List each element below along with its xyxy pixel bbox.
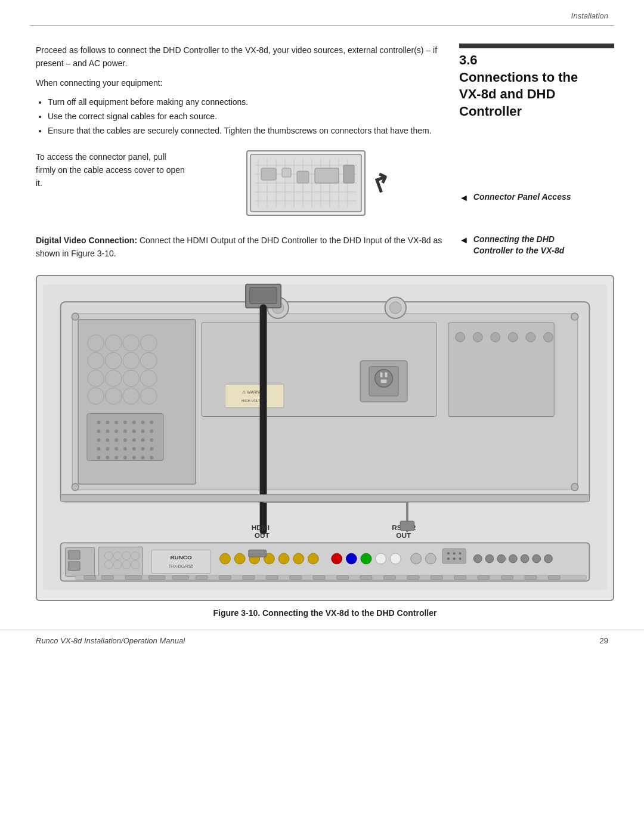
- panel-arrow: ↱: [367, 166, 396, 199]
- svg-point-100: [571, 313, 578, 320]
- svg-point-141: [426, 553, 436, 564]
- svg-point-72: [106, 456, 109, 459]
- connection-diagram: ⚠ WARNING HIGH VOLTAGE: [43, 282, 607, 592]
- svg-rect-105: [61, 494, 590, 501]
- svg-rect-160: [148, 575, 165, 579]
- svg-point-46: [123, 420, 127, 424]
- svg-point-56: [150, 429, 153, 433]
- svg-point-144: [453, 552, 456, 555]
- section-title: 3.6 Connections to the VX-8d and DHD Con…: [459, 52, 614, 120]
- svg-rect-91: [381, 379, 387, 383]
- svg-rect-169: [360, 575, 372, 579]
- svg-rect-172: [431, 575, 442, 579]
- svg-rect-166: [290, 575, 302, 579]
- svg-rect-89: [380, 372, 383, 377]
- svg-point-147: [453, 558, 456, 560]
- sidebar-note-dhd-label: Connecting the DHD Controller to the VX-…: [473, 234, 564, 257]
- svg-point-88: [375, 369, 393, 387]
- main-content: Proceed as follows to connect the DHD Co…: [0, 26, 644, 234]
- digital-left: Digital Video Connection: Connect the HD…: [36, 234, 459, 269]
- digital-connection-paragraph: Digital Video Connection: Connect the HD…: [36, 234, 447, 261]
- svg-point-136: [346, 553, 357, 564]
- svg-point-74: [123, 456, 127, 459]
- svg-point-153: [521, 555, 529, 563]
- left-column: Proceed as follows to connect the DHD Co…: [36, 44, 441, 222]
- svg-point-66: [114, 447, 118, 451]
- svg-text:RUNCO: RUNCO: [171, 554, 192, 561]
- svg-point-49: [150, 420, 153, 424]
- svg-point-51: [106, 429, 109, 433]
- svg-rect-83: [225, 384, 284, 407]
- svg-point-71: [97, 456, 101, 459]
- when-connecting: When connecting your equipment:: [36, 76, 441, 89]
- svg-point-50: [97, 429, 101, 433]
- svg-point-137: [361, 553, 371, 564]
- svg-point-93: [456, 332, 465, 342]
- svg-point-43: [97, 420, 101, 424]
- diagram-section: ⚠ WARNING HIGH VOLTAGE: [36, 275, 614, 618]
- svg-rect-113: [68, 550, 80, 559]
- footer-page-number: 29: [600, 636, 608, 645]
- svg-rect-17: [261, 168, 276, 180]
- svg-text:HDMI: HDMI: [252, 523, 270, 531]
- svg-point-151: [497, 555, 506, 563]
- svg-point-94: [473, 332, 482, 342]
- svg-point-98: [544, 332, 553, 342]
- svg-point-140: [411, 553, 422, 564]
- svg-point-73: [114, 456, 118, 459]
- bullet-item-2: Use the correct signal cables for each s…: [48, 110, 441, 124]
- svg-rect-173: [454, 575, 466, 579]
- svg-rect-163: [219, 575, 231, 579]
- connector-panel-text: To access the connector panel, pull firm…: [36, 150, 185, 190]
- svg-point-102: [571, 484, 578, 491]
- svg-point-77: [150, 456, 153, 459]
- svg-point-45: [114, 420, 118, 424]
- svg-point-44: [106, 420, 109, 424]
- svg-point-48: [141, 420, 145, 424]
- diagram-container: ⚠ WARNING HIGH VOLTAGE: [36, 275, 614, 601]
- svg-text:OUT: OUT: [255, 531, 270, 540]
- svg-rect-162: [196, 575, 208, 579]
- svg-point-146: [447, 558, 450, 560]
- svg-rect-142: [442, 549, 466, 563]
- svg-point-95: [491, 332, 500, 342]
- svg-rect-159: [125, 575, 142, 579]
- bullet-list: Turn off all equipment before making any…: [48, 95, 441, 138]
- svg-rect-168: [337, 575, 349, 579]
- sidebar-arrow-2: ◄: [459, 235, 469, 246]
- svg-text:OUT: OUT: [396, 531, 411, 540]
- section-header: 3.6 Connections to the VX-8d and DHD Con…: [459, 44, 614, 120]
- svg-point-135: [332, 553, 342, 564]
- svg-point-155: [544, 555, 553, 563]
- svg-rect-19: [297, 171, 309, 183]
- svg-rect-170: [384, 575, 396, 579]
- bullet-item-1: Turn off all equipment before making any…: [48, 95, 441, 110]
- svg-point-76: [141, 456, 145, 459]
- svg-rect-177: [548, 575, 560, 579]
- svg-point-152: [509, 555, 517, 563]
- svg-point-60: [123, 438, 127, 442]
- sidebar-note-connector: ◄ Connector Panel Access: [459, 191, 614, 203]
- svg-point-70: [150, 447, 153, 451]
- svg-point-57: [97, 438, 101, 442]
- svg-point-132: [293, 553, 304, 564]
- svg-point-55: [141, 429, 145, 433]
- sidebar-arrow-1: ◄: [459, 193, 469, 203]
- svg-rect-175: [501, 575, 513, 579]
- page-container: Installation Proceed as follows to conne…: [0, 0, 644, 833]
- digital-connection-label: Digital Video Connection:: [36, 236, 137, 245]
- svg-point-148: [459, 558, 462, 560]
- svg-point-61: [132, 438, 136, 442]
- svg-point-133: [308, 553, 318, 564]
- footer-manual-label: Runco VX-8d Installation/Operation Manua…: [36, 636, 185, 645]
- page-footer: Runco VX-8d Installation/Operation Manua…: [0, 630, 644, 651]
- svg-point-145: [459, 552, 462, 555]
- bullet-item-3: Ensure that the cables are securely conn…: [48, 124, 441, 138]
- digital-connection-section: Digital Video Connection: Connect the HD…: [0, 234, 644, 269]
- svg-rect-104: [250, 287, 277, 304]
- svg-point-149: [473, 555, 482, 563]
- figure-caption: Figure 3-10. Connecting the VX-8d to the…: [36, 608, 614, 618]
- svg-point-82: [389, 302, 401, 314]
- svg-point-62: [141, 438, 145, 442]
- svg-point-59: [114, 438, 118, 442]
